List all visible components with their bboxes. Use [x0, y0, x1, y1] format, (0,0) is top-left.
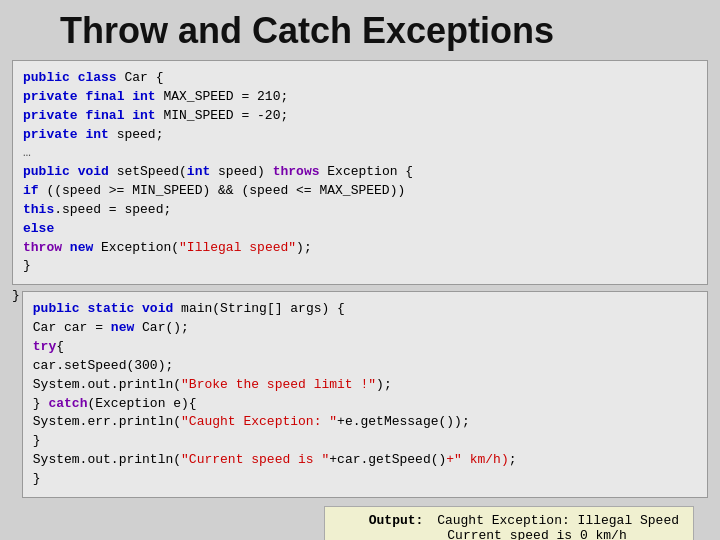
- code-line: if ((speed >= MIN_SPEED) && (speed <= MA…: [23, 182, 697, 201]
- output-line2: Current speed is 0 km/h: [339, 528, 679, 540]
- code-line-ellipsis: …: [23, 144, 697, 163]
- code-block-bottom: public static void main(String[] args) {…: [22, 291, 708, 497]
- code-line: Car car = new Car();: [33, 319, 697, 338]
- code-line: } catch(Exception e){: [33, 395, 697, 414]
- output-box: Output: Caught Exception: Illegal Speed …: [324, 506, 694, 540]
- code-line: }: [33, 470, 697, 489]
- code-line: car.setSpeed(300);: [33, 357, 697, 376]
- code-line: throw new Exception("Illegal speed");: [23, 239, 697, 258]
- code-line: }: [23, 257, 697, 276]
- code-line: public static void main(String[] args) {: [33, 300, 697, 319]
- code-line: public void setSpeed(int speed) throws E…: [23, 163, 697, 182]
- code-line: System.out.println("Current speed is "+c…: [33, 451, 697, 470]
- output-label: Output:: [369, 513, 424, 528]
- code-line: System.out.println("Broke the speed limi…: [33, 376, 697, 395]
- code-block-top: public class Car { private final int MAX…: [12, 60, 708, 285]
- page-title: Throw and Catch Exceptions: [0, 0, 720, 60]
- code-line: private int speed;: [23, 126, 697, 145]
- code-line: private final int MIN_SPEED = -20;: [23, 107, 697, 126]
- code-line: else: [23, 220, 697, 239]
- code-line: try{: [33, 338, 697, 357]
- code-line: System.err.println("Caught Exception: "+…: [33, 413, 697, 432]
- code-line: }: [33, 432, 697, 451]
- output-line1: Caught Exception: Illegal Speed: [437, 513, 679, 528]
- code-line: private final int MAX_SPEED = 210;: [23, 88, 697, 107]
- code-line: public class Car {: [23, 69, 697, 88]
- code-line: this.speed = speed;: [23, 201, 697, 220]
